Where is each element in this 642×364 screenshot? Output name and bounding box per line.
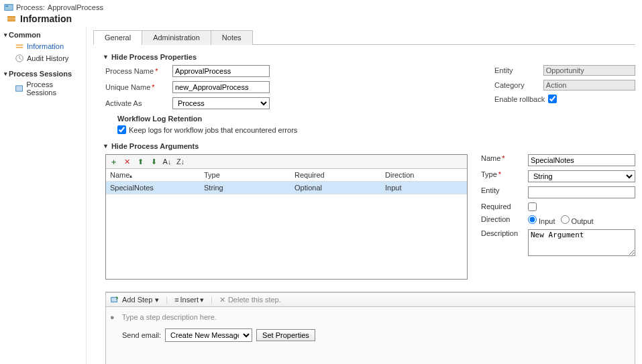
arg-name-input[interactable] <box>528 154 635 166</box>
argument-detail-panel: Name* Type* String Entity Required Direc… <box>481 154 635 280</box>
sidebar: ▾ Common Information Audit History ▾ Pro… <box>0 27 87 364</box>
args-toolbar: ＋ ✕ ⬆ ⬇ A↓ Z↓ <box>106 155 467 169</box>
arg-type-select[interactable]: String <box>528 170 635 182</box>
chevron-down-icon: ▾ <box>4 70 7 77</box>
svg-rect-5 <box>16 47 23 48</box>
unique-name-input[interactable] <box>172 81 270 93</box>
section-process-properties[interactable]: ▼ Hide Process Properties <box>103 53 635 61</box>
svg-rect-1 <box>6 5 9 7</box>
category-value: Action <box>543 80 635 90</box>
activate-as-label: Activate As <box>105 99 172 107</box>
chevron-down-icon: ▾ <box>4 32 7 38</box>
step-description-input[interactable]: Type a step description here. <box>119 311 220 323</box>
tabs: General Administration Notes <box>93 29 635 45</box>
page-title-row: Information <box>4 13 638 24</box>
clock-icon <box>15 54 24 63</box>
steps-body: ● Type a step description here. Send ema… <box>105 307 635 364</box>
process-breadcrumb: Process: ApprovalProcess <box>4 3 638 12</box>
arg-direction-output-radio[interactable]: Output <box>561 215 594 225</box>
sidebar-item-audit-history[interactable]: Audit History <box>4 52 82 64</box>
add-step-icon <box>110 295 119 304</box>
entity-value: Opportunity <box>543 65 635 76</box>
send-email-label: Send email: <box>122 331 161 339</box>
tab-general[interactable]: General <box>93 30 142 45</box>
tab-notes[interactable]: Notes <box>211 30 253 45</box>
col-type[interactable]: Type <box>200 169 290 181</box>
sidebar-head-sessions[interactable]: ▾ Process Sessions <box>4 70 82 78</box>
process-name-input[interactable] <box>172 65 270 77</box>
process-name: ApprovalProcess <box>48 3 103 11</box>
information-icon <box>7 14 16 23</box>
arg-name-label: Name* <box>481 154 528 162</box>
sessions-icon <box>15 84 23 93</box>
svg-rect-4 <box>16 44 23 46</box>
svg-rect-3 <box>8 19 15 21</box>
information-small-icon <box>15 42 24 51</box>
send-email-select[interactable]: Create New Message <box>165 328 252 342</box>
add-icon[interactable]: ＋ <box>109 157 118 166</box>
keep-logs-checkbox[interactable] <box>117 125 126 134</box>
rollback-label: Enable rollback <box>494 95 548 103</box>
arg-required-checkbox[interactable] <box>528 202 537 211</box>
arg-description-label: Description <box>481 229 528 237</box>
arg-entity-input[interactable] <box>528 186 635 198</box>
move-down-icon[interactable]: ⬇ <box>149 157 158 166</box>
sort-desc-icon[interactable]: Z↓ <box>176 157 185 166</box>
delete-step-button[interactable]: ✕ Delete this step. <box>219 296 281 304</box>
set-properties-button[interactable]: Set Properties <box>256 329 315 341</box>
args-row[interactable]: SpecialNotes String Optional Input <box>106 182 467 194</box>
arg-entity-label: Entity <box>481 186 528 194</box>
triangle-down-icon: ▼ <box>103 54 109 60</box>
page-title: Information <box>20 13 72 24</box>
entity-label: Entity <box>494 66 543 74</box>
arg-direction-input-radio[interactable]: Input <box>528 215 555 225</box>
delete-x-icon: ✕ <box>219 296 225 304</box>
category-label: Category <box>494 81 543 89</box>
svg-rect-7 <box>16 86 23 91</box>
step-bullet-icon: ● <box>110 313 115 321</box>
workflow-log-retention-title: Workflow Log Retention <box>117 115 494 123</box>
arg-direction-label: Direction <box>481 215 528 223</box>
add-step-button[interactable]: Add Step ▾ <box>110 295 159 304</box>
rollback-checkbox[interactable] <box>548 95 557 103</box>
keep-logs-label: Keep logs for workflow jobs that encount… <box>129 126 297 134</box>
arguments-grid: ＋ ✕ ⬆ ⬇ A↓ Z↓ Name▴ Type Required Direct… <box>105 154 468 280</box>
col-name[interactable]: Name▴ <box>106 169 200 181</box>
section-process-arguments[interactable]: ▼ Hide Process Arguments <box>103 142 635 150</box>
arg-required-label: Required <box>481 202 528 210</box>
sort-asc-icon[interactable]: A↓ <box>162 157 172 166</box>
insert-icon: ≡ <box>174 296 178 304</box>
window-header: Process: ApprovalProcess Information <box>0 0 642 27</box>
unique-name-label: Unique Name* <box>105 83 172 91</box>
arg-type-label: Type* <box>481 170 528 178</box>
sidebar-item-information[interactable]: Information <box>4 40 82 52</box>
sidebar-item-process-sessions[interactable]: Process Sessions <box>4 79 82 98</box>
insert-button[interactable]: ≡Insert ▾ <box>174 296 204 304</box>
svg-rect-0 <box>5 5 13 11</box>
svg-rect-2 <box>8 17 15 19</box>
tab-administration[interactable]: Administration <box>142 30 211 45</box>
delete-icon[interactable]: ✕ <box>122 157 131 166</box>
col-direction[interactable]: Direction <box>381 169 467 181</box>
sidebar-head-common[interactable]: ▾ Common <box>4 31 82 39</box>
move-up-icon[interactable]: ⬆ <box>136 157 145 166</box>
svg-rect-8 <box>111 298 117 302</box>
triangle-down-icon: ▼ <box>103 143 109 149</box>
process-prefix: Process: <box>16 3 45 11</box>
content-area: General Administration Notes ▼ Hide Proc… <box>87 27 642 364</box>
args-header-row: Name▴ Type Required Direction <box>106 169 467 182</box>
col-required[interactable]: Required <box>290 169 381 181</box>
arg-description-input[interactable]: New Argument <box>528 229 635 256</box>
process-name-label: Process Name* <box>105 67 172 75</box>
activate-as-select[interactable]: Process <box>172 97 270 109</box>
steps-toolbar: Add Step ▾ | ≡Insert ▾ | ✕ Delete this s… <box>105 292 635 307</box>
process-icon <box>4 3 13 12</box>
